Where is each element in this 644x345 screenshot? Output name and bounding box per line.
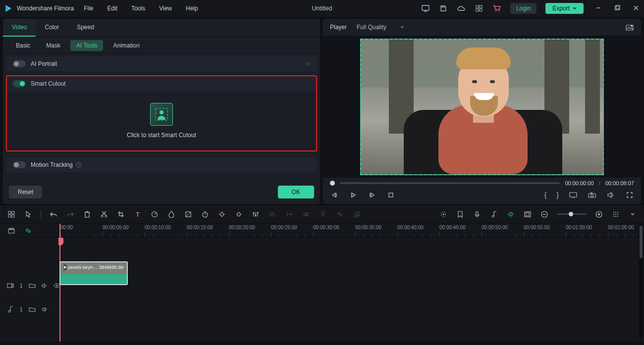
tab-mask[interactable]: Mask — [40, 40, 66, 51]
marker-icon[interactable] — [456, 210, 465, 219]
motion-tracking-row[interactable]: Motion Tracking ? — [6, 157, 317, 172]
folder-icon[interactable] — [29, 282, 36, 289]
ai-portrait-row[interactable]: AI Portrait — [6, 56, 317, 71]
ai-portrait-reset-icon[interactable] — [307, 62, 310, 65]
split-icon[interactable] — [100, 210, 108, 219]
smart-cutout-start-button[interactable] — [150, 103, 173, 126]
svg-point-85 — [615, 216, 616, 217]
menu-file[interactable]: File — [84, 5, 93, 12]
playhead-dot[interactable] — [330, 181, 335, 186]
ruler-label: 00:00:50:00 — [482, 225, 508, 230]
display-mode-icon[interactable] — [569, 191, 578, 199]
export-button[interactable]: Export — [545, 3, 584, 14]
apps-icon[interactable] — [475, 4, 483, 13]
tab-speed[interactable]: Speed — [68, 19, 103, 37]
cursor-tool-icon[interactable] — [24, 210, 33, 219]
save-icon[interactable] — [439, 4, 448, 13]
mark-out-button[interactable]: } — [556, 191, 559, 199]
timeline-canvas[interactable]: 00:0000:00:05:0000:00:10:0000:00:15:0000… — [58, 224, 644, 342]
zoom-in-icon[interactable] — [594, 210, 603, 219]
menu-help[interactable]: Help — [186, 5, 198, 12]
timeline-ruler[interactable]: 00:0000:00:05:0000:00:10:0000:00:15:0000… — [58, 224, 644, 238]
zoom-out-icon[interactable] — [540, 210, 549, 219]
quality-dropdown[interactable]: Full Quality — [357, 24, 404, 31]
maximize-button[interactable] — [614, 5, 621, 12]
grid-view-icon[interactable] — [611, 210, 620, 219]
tab-basic[interactable]: Basic — [10, 40, 36, 51]
scrub-bar[interactable] — [340, 182, 560, 184]
svg-marker-24 — [352, 193, 355, 197]
cloud-icon[interactable] — [457, 4, 466, 13]
smart-cutout-row[interactable]: Smart Cutout — [7, 76, 316, 91]
record-icon[interactable] — [473, 210, 482, 219]
tab-ai-tools[interactable]: AI Tools — [70, 40, 103, 51]
track-manager-icon[interactable] — [7, 226, 16, 235]
smart-cutout-section: Smart Cutout Click to start Smart Cutout — [6, 75, 317, 151]
video-track-header[interactable]: 1 — [0, 274, 58, 297]
tab-animation[interactable]: Animation — [107, 40, 145, 51]
mute-icon[interactable] — [42, 282, 48, 289]
duration-icon[interactable] — [201, 210, 210, 219]
chevron-down-icon[interactable] — [628, 210, 637, 219]
keyframe-icon[interactable] — [217, 210, 226, 219]
undo-icon[interactable] — [49, 210, 58, 219]
adjust-icon[interactable] — [251, 210, 260, 219]
redo-icon[interactable] — [66, 210, 75, 219]
tab-color[interactable]: Color — [36, 19, 68, 37]
login-button[interactable]: Login — [510, 3, 537, 14]
smart-cutout-toggle[interactable] — [13, 80, 26, 87]
menu-view[interactable]: View — [159, 5, 172, 12]
zoom-slider[interactable] — [557, 213, 587, 215]
delete-icon[interactable] — [83, 210, 92, 219]
render-icon[interactable] — [439, 210, 448, 219]
menu-edit[interactable]: Edit — [107, 5, 118, 12]
auto-icon[interactable] — [506, 210, 515, 219]
display-icon[interactable] — [421, 4, 430, 13]
menu-tools[interactable]: Tools — [131, 5, 145, 12]
folder-icon[interactable] — [29, 306, 36, 313]
play-button[interactable] — [349, 191, 358, 199]
frame-icon[interactable] — [523, 210, 532, 219]
audio-sync-icon[interactable] — [335, 210, 344, 219]
voiceover-icon[interactable] — [319, 210, 327, 219]
audio-stretch-icon[interactable] — [285, 210, 294, 219]
ai-portrait-toggle[interactable] — [13, 60, 26, 67]
link-icon[interactable] — [24, 226, 33, 235]
volume-icon[interactable] — [606, 191, 615, 199]
minimize-button[interactable] — [595, 5, 602, 12]
svg-marker-94 — [43, 307, 45, 311]
audio-detach-icon[interactable] — [268, 210, 277, 219]
svg-marker-22 — [332, 193, 335, 197]
video-clip[interactable]: pexels-taryn-... 3849935-3840... — [59, 261, 128, 285]
music-icon[interactable] — [489, 210, 498, 219]
beat-icon[interactable] — [352, 210, 361, 219]
greenscreen-icon[interactable] — [184, 210, 193, 219]
mute-icon[interactable] — [42, 306, 49, 313]
snapshot-icon[interactable] — [625, 23, 634, 32]
camera-icon[interactable] — [588, 191, 596, 199]
audio-track-header[interactable]: 1 — [0, 298, 58, 321]
timeline-scrollbar[interactable] — [639, 224, 643, 339]
ok-button[interactable]: OK — [278, 186, 314, 198]
speed-icon[interactable] — [150, 210, 159, 219]
effects-icon[interactable] — [234, 210, 243, 219]
tab-video[interactable]: Video — [3, 19, 36, 37]
mark-in-button[interactable]: { — [544, 191, 547, 199]
help-icon[interactable]: ? — [76, 162, 82, 168]
motion-tracking-toggle[interactable] — [13, 161, 26, 168]
ruler-label: 00:00:20:00 — [229, 225, 255, 230]
color-icon[interactable] — [167, 210, 176, 219]
stop-button[interactable] — [386, 191, 395, 199]
player-panel: Player Full Quality 00:00:00:00 / 00:00:… — [323, 19, 641, 204]
prev-frame-button[interactable] — [330, 191, 339, 199]
crop-icon[interactable] — [116, 210, 125, 219]
cart-icon[interactable] — [492, 4, 501, 13]
fullscreen-icon[interactable] — [625, 191, 634, 199]
selection-tool-icon[interactable] — [7, 210, 16, 219]
text-icon[interactable]: T — [133, 210, 142, 219]
next-frame-button[interactable] — [368, 191, 376, 199]
reset-button[interactable]: Reset — [9, 186, 42, 198]
mix-icon[interactable] — [302, 210, 311, 219]
close-button[interactable] — [633, 5, 640, 12]
player-viewport[interactable] — [323, 36, 641, 178]
